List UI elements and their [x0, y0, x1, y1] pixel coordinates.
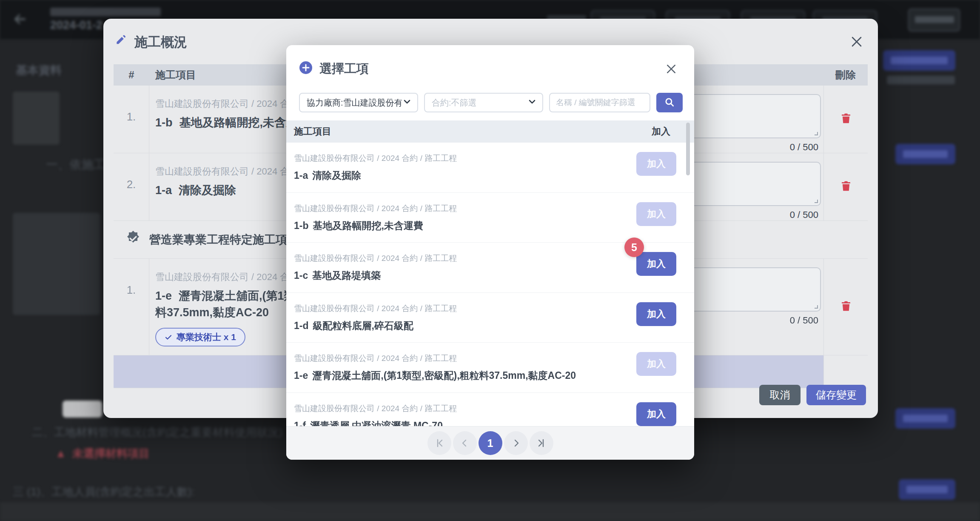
- background-footer-row: [0, 502, 980, 521]
- photo-thumbnail: [13, 92, 60, 145]
- section-two-title: 二、工地材料管理概況(含約定之重要材料使用狀況): [32, 425, 282, 440]
- section-basic-info: 基本資料: [16, 63, 62, 78]
- item-company: 雪山建設股份有限公司 / 2024 合約 / 路工工程: [294, 403, 622, 414]
- item-title: 1-e瀝青混凝土舖面,(第1類型,密級配),粗粒料37.5mm,黏度AC-20: [294, 368, 622, 383]
- warning-triangle-icon: ▲: [55, 447, 66, 460]
- edit-section-button-blurred[interactable]: [895, 408, 955, 429]
- first-page-button[interactable]: [427, 431, 451, 455]
- work-item-row: 雪山建設股份有限公司 / 2024 合約 / 路工工程 1-d級配粒料底層,碎石…: [286, 293, 694, 343]
- search-button[interactable]: [656, 93, 683, 112]
- chevron-down-icon: [402, 97, 412, 109]
- background-chip-blurred: [63, 401, 102, 418]
- material-warning: ▲未選擇材料項目: [55, 446, 150, 461]
- item-company: 雪山建設股份有限公司 / 2024 合約 / 路工工程: [294, 353, 622, 364]
- trash-icon[interactable]: [840, 300, 852, 314]
- section-three-title: 三 (1)、工地人員(含約定之出工人數):: [13, 484, 195, 499]
- edit-section-button-blurred[interactable]: [883, 50, 955, 71]
- add-button[interactable]: 加入: [636, 152, 676, 176]
- scrollbar-thumb[interactable]: [686, 123, 690, 175]
- technician-badge: 專業技術士 x 1: [155, 328, 245, 346]
- modal1-title: 施工概況: [115, 33, 187, 51]
- add-button[interactable]: 加入: [636, 302, 676, 326]
- trash-icon[interactable]: [840, 180, 852, 194]
- modal1-footer: 取消 儲存變更: [759, 385, 866, 405]
- list-header: 施工項目 加入: [286, 120, 694, 143]
- item-company: 雪山建設股份有限公司 / 2024 合約 / 路工工程: [294, 303, 622, 314]
- work-item-row: 雪山建設股份有限公司 / 2024 合約 / 路工工程 1-c基地及路堤填築 5…: [286, 243, 694, 293]
- close-icon[interactable]: [848, 33, 865, 50]
- work-item-row: 雪山建設股份有限公司 / 2024 合約 / 路工工程 1-b基地及路幅開挖,未…: [286, 193, 694, 243]
- app-screen: 2024-01-2 基本資料 4.89% 一、依施工計畫書 二、工地材料管理概況…: [0, 0, 980, 521]
- project-title-blurred: [50, 8, 161, 16]
- edit-section-button-blurred[interactable]: [899, 479, 955, 500]
- col-number: #: [114, 64, 149, 86]
- filter-bar: 協力廠商:雪山建設股份有限公司 合約:不篩選: [299, 93, 683, 112]
- add-button[interactable]: 加入: [636, 402, 676, 426]
- item-title: 1-f瀝青透層,中凝油溶瀝青,MC-70: [294, 418, 622, 427]
- report-date: 2024-01-2: [50, 19, 103, 32]
- add-button[interactable]: 加入: [636, 252, 676, 276]
- select-work-item-modal: 選擇工項 協力廠商:雪山建設股份有限公司 合約:不篩選: [286, 45, 694, 460]
- chevron-down-icon: [527, 97, 537, 109]
- background-table-blurred: [13, 213, 100, 315]
- delete-cell: [823, 259, 868, 355]
- work-item-list: 雪山建設股份有限公司 / 2024 合約 / 路工工程 1-a清除及掘除 加入 …: [286, 143, 694, 427]
- col-delete: 刪除: [823, 64, 868, 86]
- row-number: 2.: [114, 153, 149, 220]
- verified-seal-icon: [125, 230, 142, 250]
- item-title: 1-a清除及掘除: [294, 168, 622, 183]
- item-title: 1-d級配粒料底層,碎石級配: [294, 318, 622, 333]
- vendor-select[interactable]: 協力廠商:雪山建設股份有限公司: [299, 93, 418, 112]
- back-arrow-icon[interactable]: [12, 11, 28, 29]
- close-icon[interactable]: [664, 61, 679, 77]
- list-header-add: 加入: [652, 125, 670, 138]
- list-header-item: 施工項目: [294, 125, 331, 138]
- current-page-button[interactable]: 1: [479, 431, 502, 455]
- row-number: 1.: [114, 259, 149, 355]
- edit-section-button-blurred[interactable]: [895, 144, 955, 164]
- count-badge: 5: [624, 238, 644, 257]
- item-title: 1-c基地及路堤填築: [294, 268, 622, 283]
- item-company: 雪山建設股份有限公司 / 2024 合約 / 路工工程: [294, 153, 622, 164]
- work-item-row: 雪山建設股份有限公司 / 2024 合約 / 路工工程 1-e瀝青混凝土舖面,(…: [286, 343, 694, 393]
- save-changes-button[interactable]: 儲存變更: [806, 385, 866, 405]
- row-number: 1.: [114, 86, 149, 153]
- contract-select[interactable]: 合約:不篩選: [424, 93, 543, 112]
- keyword-search-input[interactable]: [549, 93, 650, 112]
- delete-cell: [823, 86, 868, 153]
- item-company: 雪山建設股份有限公司 / 2024 合約 / 路工工程: [294, 203, 622, 214]
- add-button[interactable]: 加入: [636, 352, 676, 376]
- pencil-icon: [115, 34, 127, 50]
- next-page-button[interactable]: [504, 431, 528, 455]
- cancel-button[interactable]: 取消: [759, 385, 801, 405]
- right-label-blurred: [887, 76, 955, 84]
- work-item-row: 雪山建設股份有限公司 / 2024 合約 / 路工工程 1-a清除及掘除 加入: [286, 143, 694, 193]
- pagination: 1: [286, 426, 694, 460]
- add-button[interactable]: 加入: [636, 202, 676, 226]
- delete-cell: [823, 153, 868, 220]
- item-company: 雪山建設股份有限公司 / 2024 合約 / 路工工程: [294, 253, 622, 264]
- last-page-button[interactable]: [530, 431, 553, 455]
- prev-page-button[interactable]: [453, 431, 477, 455]
- trash-icon[interactable]: [840, 112, 852, 126]
- work-item-row: 雪山建設股份有限公司 / 2024 合約 / 路工工程 1-f瀝青透層,中凝油溶…: [286, 393, 694, 427]
- plus-circle-icon: [299, 61, 313, 77]
- print-report-button[interactable]: [908, 9, 960, 31]
- item-title: 1-b基地及路幅開挖,未含運費: [294, 218, 622, 233]
- modal2-title: 選擇工項: [299, 60, 369, 77]
- search-icon: [664, 97, 675, 109]
